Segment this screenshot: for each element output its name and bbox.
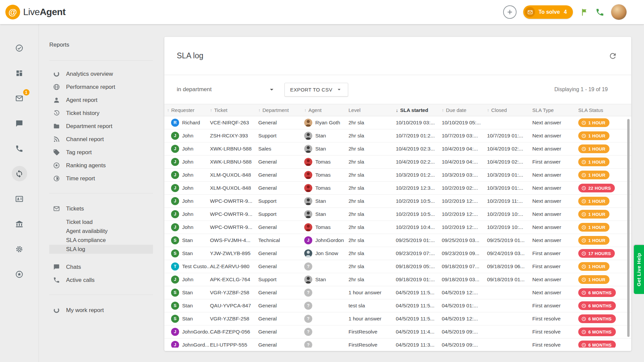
sla-status-badge: 1 HOUR — [578, 158, 609, 166]
due-date-cell: 10/10/2019 05:... — [442, 120, 487, 126]
requester-cell: S Stan — [167, 289, 210, 297]
table-row[interactable]: J John XLM-QUXOL-848 General Tomas 2hr s… — [164, 182, 631, 195]
ticket-cell: VGR-YJZBF-258 — [210, 316, 258, 322]
refresh-button[interactable] — [608, 52, 617, 60]
due-date-cell: 09/18/2019 03... — [442, 277, 487, 283]
export-to-csv-button[interactable]: EXPORT TO CSV — [284, 83, 348, 97]
column-header-ticket[interactable]: Ticket — [210, 107, 258, 113]
add-new-button[interactable] — [503, 5, 517, 19]
sidebar-item-sla-log[interactable]: SLA log — [49, 245, 153, 254]
rail-item-dashboard[interactable] — [12, 65, 27, 81]
to-solve-label: To solve — [538, 9, 560, 15]
sla-status-label: 6 MONTHS — [588, 343, 612, 348]
column-label: Ticket — [214, 107, 227, 113]
column-header-sla-status[interactable]: SLA Status — [578, 107, 631, 113]
table-row[interactable]: J JohnGord... ELI-UTPPP-555 General ? Fi… — [164, 339, 631, 348]
table-row[interactable]: S Stan QAU-YVPCA-847 General ? test sla … — [164, 299, 631, 312]
get-live-help-tab[interactable]: Get Live Help — [634, 245, 644, 294]
sidebar-item-chats[interactable]: Chats — [49, 260, 153, 274]
sla-type-cell: Next answer — [532, 172, 578, 178]
requester-name: John — [182, 185, 194, 191]
due-date-cell: 04/5/2019 09:... — [442, 342, 487, 348]
user-avatar[interactable] — [611, 4, 627, 20]
sla-status-cell: 1 HOUR — [578, 275, 631, 284]
table-row[interactable]: J John XWK-LRBNU-588 Sales Stan 2hr sla … — [164, 142, 631, 156]
sla-status-cell: 6 MONTHS — [578, 327, 631, 336]
sidebar-item-ticket-history[interactable]: Ticket history — [49, 107, 153, 120]
availability-flag-button[interactable] — [580, 8, 589, 17]
department-filter-select[interactable]: in department — [177, 85, 276, 94]
rail-item-tickets[interactable]: 1 — [12, 90, 27, 106]
agent-cell: Tomas — [304, 223, 348, 231]
rail-icon — [15, 195, 23, 203]
sidebar-item-tickets[interactable]: Tickets — [49, 202, 153, 215]
sidebar-item-time-report[interactable]: Time report — [49, 172, 153, 185]
table-row[interactable]: S Stan VGR-YJZBF-258 General ? 1 hour an… — [164, 286, 631, 299]
column-header-closed[interactable]: Closed — [487, 107, 532, 113]
rail-icon — [15, 69, 23, 77]
requester-cell: S Stan — [167, 249, 210, 257]
rail-item-reports[interactable] — [12, 166, 27, 181]
table-row[interactable]: J John XLM-QUXOL-848 General Tomas 2hr s… — [164, 169, 631, 182]
department-cell: General — [258, 120, 304, 126]
sidebar-item-agent-availability[interactable]: Agent availability — [49, 227, 153, 236]
call-status-button[interactable] — [595, 8, 604, 17]
column-header-level[interactable]: Level — [348, 107, 396, 113]
table-row[interactable]: J John WPC-OWRTR-9... General Tomas 2hr … — [164, 221, 631, 234]
column-header-department[interactable]: Department — [258, 107, 304, 113]
sidebar-item-department-report[interactable]: Department report — [49, 120, 153, 133]
sidebar-item-icon — [53, 123, 60, 130]
table-row[interactable]: S Stan OWS-FVJMH-4... Technical J JohnGo… — [164, 234, 631, 247]
due-date-cell: 04/5/2019 12:... — [442, 290, 487, 296]
sla-started-cell: 10/2/2019 10:5... — [396, 198, 442, 204]
sidebar-item-analytics-overview[interactable]: Analytics overview — [49, 67, 153, 80]
table-row[interactable]: J John WPC-OWRTR-9... Support Stan 2hr s… — [164, 208, 631, 221]
table-row[interactable]: J John XWK-LRBNU-588 General Tomas 2hr s… — [164, 156, 631, 169]
sla-status-label: 1 HOUR — [588, 120, 605, 125]
table-row[interactable]: R Richard VCE-NIRQF-263 General Ryan Got… — [164, 116, 631, 129]
column-label: Closed — [491, 107, 507, 113]
table-row[interactable]: S Stan YJW-ZWLYB-895 General Jon Snow 2h… — [164, 247, 631, 260]
sla-status-badge: 1 HOUR — [578, 236, 609, 245]
sidebar-item-my-work-report[interactable]: My work report — [49, 304, 153, 317]
sla-status-badge: 1 HOUR — [578, 131, 609, 140]
sidebar-item-ticket-load[interactable]: Ticket load — [49, 218, 153, 227]
column-header-sla-type[interactable]: SLA Type — [532, 107, 578, 113]
requester-cell: J John — [167, 223, 210, 231]
table-scrollbar[interactable] — [627, 119, 630, 337]
to-solve-count: 4 — [564, 9, 567, 15]
table-row[interactable]: J John WPC-OWRTR-9... Support Stan 2hr s… — [164, 195, 631, 208]
topbar: @ LiveAgent To solve 4 — [0, 0, 644, 24]
rail-item-onboarding[interactable] — [12, 40, 27, 56]
rail-item-settings[interactable] — [12, 241, 27, 257]
agent-avatar — [304, 184, 312, 192]
table-row[interactable]: J John ZSH-RCIXY-393 Support Stan 2hr sl… — [164, 129, 631, 142]
table-row[interactable]: T Test Custo... ALZ-EARVU-980 General ? … — [164, 260, 631, 273]
table-row[interactable]: J JohnGordo... CAB-FZEPQ-056 General ? F… — [164, 325, 631, 339]
rail-item-chats[interactable] — [12, 116, 27, 131]
to-solve-button[interactable]: To solve 4 — [523, 5, 573, 19]
due-date-cell: 10/2/2019 12:... — [442, 224, 487, 230]
table-row[interactable]: J John APK-EXCLG-764 Support Stan 2hr sl… — [164, 273, 631, 286]
sidebar-item-channel-report[interactable]: Channel report — [49, 133, 153, 146]
column-header-requester[interactable]: Requester — [167, 107, 210, 113]
sidebar-item-label: Department report — [66, 123, 112, 130]
column-header-sla-started[interactable]: SLA started — [396, 107, 442, 113]
sidebar-item-agent-report[interactable]: Agent report — [49, 94, 153, 107]
liveagent-logo[interactable]: @ LiveAgent — [5, 5, 65, 19]
sidebar-item-ranking-agents[interactable]: Ranking agents — [49, 159, 153, 172]
sidebar-item-tag-report[interactable]: Tag report — [49, 146, 153, 159]
sla-status-label: 6 MONTHS — [588, 329, 612, 335]
agent-cell: ? — [304, 289, 348, 297]
column-header-due-date[interactable]: Due date — [442, 107, 487, 113]
rail-item-ranking[interactable] — [12, 266, 27, 282]
ticket-cell: VCE-NIRQF-263 — [210, 120, 258, 126]
column-header-agent[interactable]: Agent — [304, 107, 348, 113]
rail-item-company[interactable] — [12, 216, 27, 232]
sidebar-item-performance-report[interactable]: Performance report — [49, 80, 153, 94]
sidebar-item-active-calls[interactable]: Active calls — [49, 274, 153, 287]
rail-item-calls[interactable] — [12, 141, 27, 156]
table-row[interactable]: S Stan VGR-YJZBF-258 General ? 1 hour an… — [164, 312, 631, 325]
rail-item-contacts[interactable] — [12, 191, 27, 206]
sidebar-item-sla-compliance[interactable]: SLA compliance — [49, 236, 153, 245]
